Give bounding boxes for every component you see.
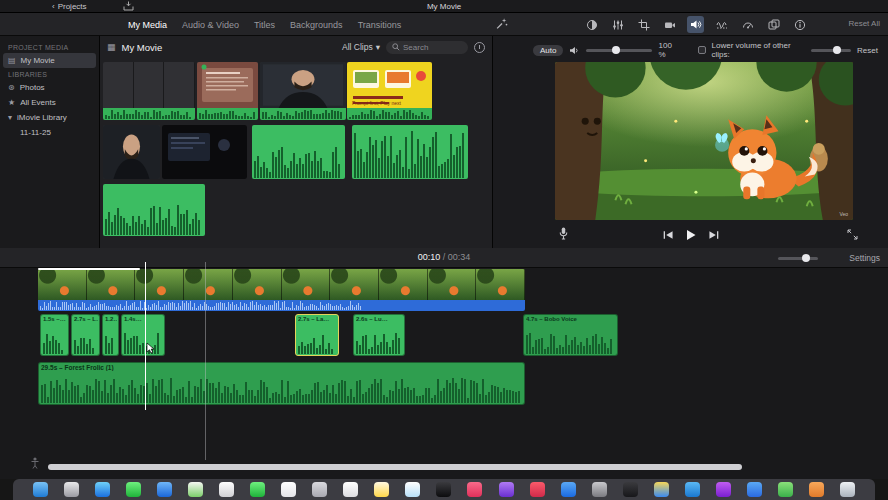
filmstrip-frame[interactable] (379, 269, 428, 300)
media-thumbnail-presenter[interactable] (260, 62, 346, 120)
dock-icon-safari[interactable] (95, 482, 110, 497)
speed-icon[interactable] (739, 16, 756, 33)
media-thumbnail-presenter-2[interactable] (103, 125, 160, 179)
crop-icon[interactable] (635, 16, 652, 33)
dock-icon-vscode[interactable] (685, 482, 700, 497)
media-thumbnail-forest-clip[interactable] (103, 62, 195, 120)
dock-icon-facetime[interactable] (250, 482, 265, 497)
horizontal-scrollbar[interactable] (48, 464, 742, 470)
lower-volume-slider[interactable] (811, 49, 851, 52)
filmstrip-frame[interactable] (38, 269, 87, 300)
skip-forward-button[interactable] (708, 230, 719, 240)
video-audio-waveform[interactable] (38, 300, 525, 311)
zoom-slider-knob[interactable] (802, 254, 810, 262)
skip-back-button[interactable] (662, 230, 673, 240)
filmstrip-frame[interactable] (233, 269, 282, 300)
media-thumbnail-prompt-card[interactable]: Prompt first, Play next (347, 62, 432, 120)
import-media-icon[interactable] (123, 1, 134, 11)
audio-clip[interactable]: 2.7s – L… (71, 314, 100, 356)
voiceover-mic-icon[interactable] (559, 227, 568, 240)
audio-clip[interactable]: 2.6s – Lu… (353, 314, 405, 356)
effects-icon[interactable] (765, 16, 782, 33)
dock-icon-music[interactable] (467, 482, 482, 497)
reset-volume-button[interactable]: Reset (857, 46, 878, 55)
dock-icon-chrome[interactable] (654, 482, 669, 497)
filmstrip-frame[interactable] (184, 269, 233, 300)
volume-slider[interactable] (586, 49, 652, 52)
clips-filter-dropdown[interactable]: All Clips ▾ (342, 42, 380, 52)
dock-icon-photos[interactable] (219, 482, 234, 497)
playhead[interactable] (145, 262, 146, 410)
media-thumbnail-audio-clip-3[interactable] (103, 184, 205, 236)
speaker-icon[interactable] (569, 46, 580, 55)
search-input[interactable]: Search (386, 41, 468, 54)
video-preview[interactable]: Veo (555, 62, 853, 220)
media-thumbnail-audio-clip-2[interactable] (352, 125, 468, 179)
lower-volume-checkbox[interactable] (698, 46, 706, 54)
dock-icon-podcasts[interactable] (499, 482, 514, 497)
info-icon[interactable] (791, 16, 808, 33)
dock-icon-tv[interactable] (436, 482, 451, 497)
back-to-projects-button[interactable]: ‹ Projects (52, 2, 87, 11)
lower-volume-slider-knob[interactable] (833, 46, 841, 54)
timeline-zoom-slider[interactable] (778, 257, 818, 260)
music-clip[interactable]: 29.5s – Forest Frolic (1) (38, 362, 525, 405)
volume-slider-knob[interactable] (612, 46, 620, 54)
tab-titles[interactable]: Titles (254, 20, 275, 30)
dock-icon-pages[interactable] (809, 482, 824, 497)
filmstrip-frame[interactable] (476, 269, 525, 300)
dock-icon-keynote[interactable] (747, 482, 762, 497)
dock-icon-numbers[interactable] (778, 482, 793, 497)
dock-icon-calendar[interactable] (281, 482, 296, 497)
timeline-settings-button[interactable]: Settings (849, 253, 880, 263)
enhance-wand-icon[interactable] (495, 17, 508, 30)
dock-icon-maps[interactable] (188, 482, 203, 497)
media-thumbnail-screen-recording[interactable] (162, 125, 247, 179)
noise-reduction-icon[interactable] (713, 16, 730, 33)
dock-icon-trash[interactable] (840, 482, 855, 497)
dock-icon-freeform[interactable] (405, 482, 420, 497)
volume-icon[interactable] (687, 16, 704, 33)
filmstrip-frame[interactable] (282, 269, 331, 300)
sidebar-item-photos[interactable]: ⊛ Photos (0, 80, 99, 95)
dock-icon-contacts[interactable] (312, 482, 327, 497)
sidebar-item-all-events[interactable]: ★ All Events (0, 95, 99, 110)
dock-icon-notes[interactable] (374, 482, 389, 497)
dock-icon-launchpad[interactable] (64, 482, 79, 497)
auto-volume-button[interactable]: Auto (533, 45, 563, 56)
filmstrip-frame[interactable] (330, 269, 379, 300)
audio-clip-voiceover[interactable]: 4.7s – Bobo Voice (523, 314, 618, 356)
dock-icon-messages[interactable] (126, 482, 141, 497)
play-button[interactable] (685, 229, 696, 241)
dock-icon-terminal[interactable] (623, 482, 638, 497)
stabilization-icon[interactable] (661, 16, 678, 33)
dock-icon-imovie[interactable] (716, 482, 731, 497)
dock-icon-app-store[interactable] (561, 482, 576, 497)
fullscreen-icon[interactable] (847, 229, 858, 240)
tab-backgrounds[interactable]: Backgrounds (290, 20, 343, 30)
tab-audio-video[interactable]: Audio & Video (182, 20, 239, 30)
audio-clip-selected[interactable]: 2.7s – La… (295, 314, 339, 356)
dock-icon-reminders[interactable] (343, 482, 358, 497)
color-correction-icon[interactable] (609, 16, 626, 33)
grid-view-icon[interactable]: ▦ (107, 42, 116, 52)
audio-clip[interactable]: 1.5s –… (40, 314, 69, 356)
audio-clip[interactable]: 1.4s… (121, 314, 165, 356)
filmstrip-frame[interactable] (135, 269, 184, 300)
clip-duration-icon[interactable] (474, 42, 485, 53)
dock-icon-finder[interactable] (33, 482, 48, 497)
sidebar-item-library-event[interactable]: 11-11-25 (0, 125, 99, 140)
sidebar-item-my-movie[interactable]: ▤ My Movie (3, 53, 96, 68)
audio-clip[interactable]: 1.2… (102, 314, 119, 356)
media-thumbnail-audio-clip-1[interactable] (252, 125, 345, 179)
media-thumbnail-text-card[interactable] (197, 62, 258, 120)
tab-transitions[interactable]: Transitions (358, 20, 402, 30)
filmstrip-frame[interactable] (87, 269, 136, 300)
dock-icon-news[interactable] (530, 482, 545, 497)
dock-icon-system-settings[interactable] (592, 482, 607, 497)
color-balance-icon[interactable] (583, 16, 600, 33)
reset-all-button[interactable]: Reset All (848, 19, 880, 28)
dock-icon-mail[interactable] (157, 482, 172, 497)
filmstrip-frame[interactable] (428, 269, 477, 300)
tab-my-media[interactable]: My Media (128, 20, 167, 30)
